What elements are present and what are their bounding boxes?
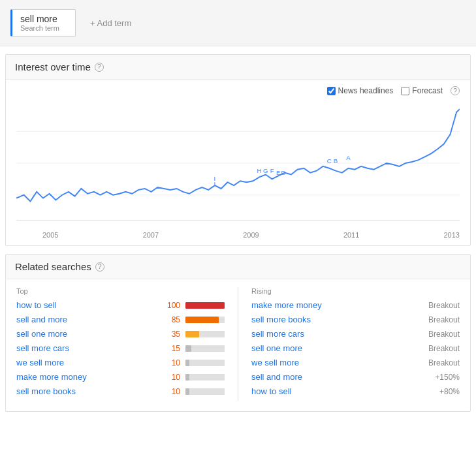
related-content: Top how to sell 100 sell and more 85 sel… (6, 279, 470, 411)
interest-over-time-header: Interest over time ? (6, 55, 470, 80)
forecast-checkbox[interactable] (401, 87, 409, 95)
x-label-2005: 2005 (42, 231, 58, 239)
top-bar-5 (185, 360, 225, 366)
x-label-2011: 2011 (343, 231, 359, 239)
interest-help-icon[interactable]: ? (95, 63, 104, 72)
related-searches-title: Related searches (15, 261, 91, 272)
x-label-2007: 2007 (143, 231, 159, 239)
interest-over-time-section: Interest over time ? News headlines Fore… (5, 54, 471, 246)
list-item: sell and more 85 (16, 315, 225, 324)
x-axis-labels: 2005 2007 2009 2011 2013 (16, 228, 460, 245)
related-searches-header: Related searches ? (6, 255, 470, 279)
rising-score-5: Breakout (420, 358, 460, 367)
top-link-5[interactable]: we sell more (16, 358, 157, 367)
rising-column: Rising make more money Breakout sell mor… (251, 287, 460, 401)
top-header: Top (16, 287, 225, 295)
news-headlines-label: News headlines (338, 86, 394, 95)
search-bar: sell more Search term + Add term (0, 0, 476, 46)
svg-text:A: A (346, 154, 351, 161)
top-link-3[interactable]: sell one more (16, 329, 157, 339)
rising-link-5[interactable]: we sell more (251, 358, 415, 367)
column-divider (238, 287, 238, 401)
svg-text:I: I (214, 175, 216, 182)
svg-text:F: F (270, 167, 274, 174)
top-score-6: 10 (162, 373, 180, 382)
rising-link-4[interactable]: sell one more (251, 343, 415, 353)
rising-link-7[interactable]: how to sell (251, 386, 415, 396)
rising-score-7: +80% (420, 387, 460, 396)
list-item: sell more books Breakout (251, 315, 460, 324)
related-columns: Top how to sell 100 sell and more 85 sel… (16, 287, 460, 401)
top-score-2: 85 (162, 315, 180, 324)
top-link-1[interactable]: how to sell (16, 300, 157, 310)
top-score-1: 100 (162, 301, 180, 310)
top-bar-1 (185, 302, 225, 309)
top-score-7: 10 (162, 387, 180, 396)
rising-header: Rising (251, 287, 460, 295)
chart-svg-wrapper: I H G F E D C B A (16, 98, 460, 228)
rising-link-3[interactable]: sell more cars (251, 329, 415, 339)
top-link-2[interactable]: sell and more (16, 315, 157, 324)
rising-score-3: Breakout (420, 330, 460, 339)
news-headlines-checkbox[interactable] (327, 87, 336, 95)
list-item: how to sell 100 (16, 300, 225, 310)
chip-term-label: Search term (20, 24, 67, 32)
news-headlines-checkbox-label[interactable]: News headlines (327, 86, 394, 95)
rising-score-6: +150% (420, 373, 460, 382)
list-item: sell one more Breakout (251, 343, 460, 353)
chip-term-text: sell more (20, 14, 67, 24)
rising-score-2: Breakout (420, 315, 460, 324)
top-link-4[interactable]: sell more cars (16, 343, 157, 353)
rising-score-1: Breakout (420, 301, 460, 310)
list-item: sell more cars Breakout (251, 329, 460, 339)
list-item: we sell more Breakout (251, 358, 460, 367)
interest-over-time-title: Interest over time (15, 61, 91, 72)
list-item: sell more books 10 (16, 386, 225, 396)
rising-link-1[interactable]: make more money (251, 300, 415, 310)
forecast-help-icon[interactable]: ? (451, 86, 460, 95)
forecast-checkbox-label[interactable]: Forecast (401, 86, 443, 95)
rising-link-2[interactable]: sell more books (251, 315, 415, 324)
search-term-chip[interactable]: sell more Search term (10, 9, 76, 37)
list-item: sell one more 35 (16, 329, 225, 339)
top-link-7[interactable]: sell more books (16, 386, 157, 396)
svg-text:B: B (334, 157, 338, 164)
top-column: Top how to sell 100 sell and more 85 sel… (16, 287, 225, 401)
top-score-4: 15 (162, 344, 180, 353)
x-label-2009: 2009 (243, 231, 259, 239)
svg-text:G: G (263, 167, 268, 174)
svg-text:H: H (257, 167, 262, 174)
related-searches-section: Related searches ? Top how to sell 100 s… (5, 254, 471, 412)
top-score-5: 10 (162, 358, 180, 367)
top-bar-7 (185, 388, 225, 395)
x-label-2013: 2013 (444, 231, 460, 239)
related-help-icon[interactable]: ? (95, 262, 104, 272)
top-score-3: 35 (162, 330, 180, 339)
top-bar-6 (185, 374, 225, 381)
rising-link-6[interactable]: sell and more (251, 372, 415, 382)
top-bar-2 (185, 317, 225, 323)
add-term-button[interactable]: + Add term (84, 14, 138, 32)
list-item: how to sell +80% (251, 386, 460, 396)
top-bar-4 (185, 345, 225, 352)
list-item: we sell more 10 (16, 358, 225, 367)
top-bar-3 (185, 331, 225, 337)
forecast-label: Forecast (412, 86, 443, 95)
svg-text:C: C (327, 157, 332, 164)
trend-chart: I H G F E D C B A (16, 98, 460, 228)
svg-text:D: D (281, 169, 286, 176)
svg-text:E: E (276, 169, 281, 176)
list-item: sell and more +150% (251, 372, 460, 382)
chart-controls: News headlines Forecast ? (16, 86, 460, 95)
rising-score-4: Breakout (420, 344, 460, 353)
list-item: sell more cars 15 (16, 343, 225, 353)
list-item: make more money 10 (16, 372, 225, 382)
top-link-6[interactable]: make more money (16, 372, 157, 382)
list-item: make more money Breakout (251, 300, 460, 310)
chart-container: News headlines Forecast ? I H (6, 80, 470, 245)
